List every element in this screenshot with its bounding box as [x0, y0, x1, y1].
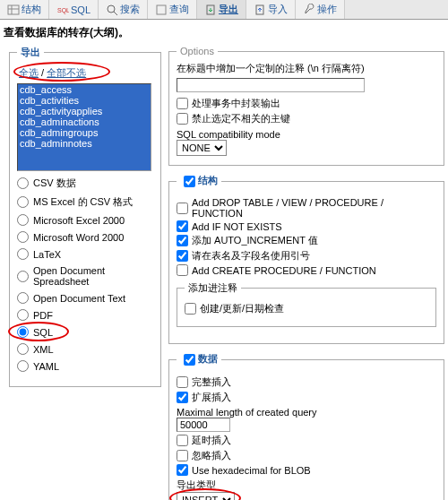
query-icon — [155, 4, 168, 16]
format-msword2000-radio[interactable] — [17, 231, 29, 243]
svg-rect-6 — [157, 5, 166, 14]
format-label[interactable]: YAML — [33, 361, 59, 372]
svg-line-5 — [114, 12, 117, 15]
main-area: 导出 全选 / 全部不选 cdb_access cdb_activities c… — [0, 46, 448, 500]
list-item[interactable]: cdb_access — [18, 84, 151, 95]
format-sql-radio[interactable] — [17, 326, 29, 338]
import-icon — [254, 4, 266, 16]
backquotes-label[interactable]: 请在表名及字段名使用引号 — [192, 249, 310, 263]
select-links: 全选 / 全部不选 — [19, 66, 86, 80]
format-odt-radio[interactable] — [17, 292, 29, 304]
list-item[interactable]: cdb_admingroups — [18, 127, 151, 138]
extended-insert-label[interactable]: 扩展插入 — [192, 391, 231, 404]
svg-point-4 — [108, 5, 115, 13]
tab-label: 结构 — [22, 3, 41, 16]
tab-bar: 结构 SQLSQL 搜索 查询 导出 导入 操作 — [0, 0, 448, 20]
list-item[interactable]: cdb_adminactions — [18, 116, 151, 127]
format-pdf-radio[interactable] — [17, 309, 29, 321]
export-legend: 导出 — [17, 46, 44, 59]
add-drop-label[interactable]: Add DROP TABLE / VIEW / PROCEDURE / FUNC… — [192, 197, 436, 219]
sql-icon: SQL — [56, 4, 69, 16]
format-label[interactable]: Microsoft Word 2000 — [33, 232, 124, 243]
comment-label: 在标题中增加一个定制的注释 (\n 行隔离符) — [177, 62, 436, 75]
encapsulate-checkbox[interactable] — [177, 98, 188, 109]
tab-label: SQL — [71, 4, 90, 15]
compat-label: SQL compatibility mode — [177, 129, 436, 140]
tab-label: 导入 — [268, 3, 288, 16]
tab-sql[interactable]: SQLSQL — [49, 0, 99, 19]
format-msexcel-csv-radio[interactable] — [17, 196, 29, 208]
format-xml-radio[interactable] — [17, 343, 29, 355]
tab-operations[interactable]: 操作 — [296, 0, 345, 19]
format-label[interactable]: Microsoft Excel 2000 — [33, 215, 125, 226]
format-label[interactable]: PDF — [33, 310, 53, 321]
format-csv-radio[interactable] — [17, 177, 29, 189]
list-item[interactable]: cdb_activityapplies — [18, 106, 151, 116]
format-label[interactable]: CSV 数据 — [33, 177, 76, 190]
select-all-link[interactable]: 全选 — [19, 67, 39, 78]
disable-fk-checkbox[interactable] — [177, 113, 188, 125]
format-latex-radio[interactable] — [17, 248, 29, 260]
data-legend-label: 数据 — [198, 353, 218, 364]
export-type-select[interactable]: INSERT — [177, 492, 235, 500]
delayed-insert-checkbox[interactable] — [177, 435, 188, 446]
list-item[interactable]: cdb_activities — [18, 95, 151, 106]
format-yaml-radio[interactable] — [17, 360, 29, 372]
tab-export[interactable]: 导出 — [197, 0, 246, 19]
complete-insert-checkbox[interactable] — [177, 376, 188, 388]
data-toggle-checkbox[interactable] — [184, 354, 195, 366]
deselect-all-link[interactable]: 全部不选 — [47, 67, 86, 78]
extended-insert-checkbox[interactable] — [177, 392, 188, 403]
structure-legend[interactable]: 结构 — [177, 173, 221, 190]
format-label[interactable]: Open Document Text — [33, 293, 125, 304]
tab-structure[interactable]: 结构 — [0, 0, 49, 19]
add-comments-legend: 添加进注释 — [185, 281, 241, 295]
auto-increment-label[interactable]: 添加 AUTO_INCREMENT 值 — [192, 234, 318, 247]
tab-import[interactable]: 导入 — [246, 0, 296, 19]
hex-blob-label[interactable]: Use hexadecimal for BLOB — [192, 465, 311, 476]
max-query-input[interactable] — [177, 418, 230, 432]
add-drop-checkbox[interactable] — [177, 203, 188, 214]
table-icon — [7, 4, 20, 16]
add-comments-fieldset: 添加进注释 创建/更新/日期检查 — [177, 281, 436, 327]
auto-increment-checkbox[interactable] — [177, 235, 188, 246]
complete-insert-label[interactable]: 完整插入 — [192, 375, 231, 389]
wrench-icon — [303, 4, 315, 16]
format-label[interactable]: Open Document Spreadsheet — [33, 265, 153, 287]
format-msexcel2000-radio[interactable] — [17, 214, 29, 226]
format-label[interactable]: LaTeX — [33, 249, 61, 260]
compat-select[interactable]: NONE — [177, 140, 227, 156]
comment-input[interactable] — [177, 78, 365, 92]
disable-fk-label[interactable]: 禁止选定不相关的主键 — [192, 112, 290, 125]
delayed-insert-label[interactable]: 延时插入 — [192, 434, 231, 447]
options-fieldset: Options 在标题中增加一个定制的注释 (\n 行隔离符) 处理事务中封装输… — [168, 46, 444, 166]
structure-toggle-checkbox[interactable] — [184, 176, 195, 187]
tables-listbox[interactable]: cdb_access cdb_activities cdb_activityap… — [17, 83, 151, 171]
list-item[interactable]: cdb_adminnotes — [18, 138, 151, 149]
svg-rect-0 — [8, 5, 19, 14]
format-ods-radio[interactable] — [17, 271, 29, 282]
encapsulate-label[interactable]: 处理事务中封装输出 — [192, 97, 280, 110]
format-label[interactable]: XML — [33, 344, 54, 355]
add-create-proc-label[interactable]: Add CREATE PROCEDURE / FUNCTION — [192, 265, 376, 276]
search-icon — [106, 4, 118, 16]
tab-query[interactable]: 查询 — [148, 0, 197, 19]
backquotes-checkbox[interactable] — [177, 250, 188, 262]
add-create-proc-checkbox[interactable] — [177, 264, 188, 276]
hex-blob-checkbox[interactable] — [177, 464, 188, 476]
data-legend[interactable]: 数据 — [177, 351, 221, 368]
if-not-exists-label[interactable]: Add IF NOT EXISTS — [192, 221, 282, 232]
format-label[interactable]: SQL — [33, 327, 53, 338]
format-label[interactable]: MS Excel 的 CSV 格式 — [33, 195, 133, 209]
ignore-insert-checkbox[interactable] — [177, 450, 188, 461]
creation-dates-checkbox[interactable] — [185, 303, 196, 315]
export-fieldset: 导出 全选 / 全部不选 cdb_access cdb_activities c… — [9, 46, 161, 387]
if-not-exists-checkbox[interactable] — [177, 220, 188, 232]
tab-label: 导出 — [219, 3, 238, 16]
export-type-label: 导出类型 — [177, 478, 436, 492]
structure-fieldset: 结构 Add DROP TABLE / VIEW / PROCEDURE / F… — [168, 173, 444, 344]
creation-dates-label[interactable]: 创建/更新/日期检查 — [200, 302, 284, 315]
tab-label: 搜索 — [120, 3, 140, 16]
ignore-insert-label[interactable]: 忽略插入 — [192, 449, 231, 462]
tab-search[interactable]: 搜索 — [99, 0, 148, 19]
